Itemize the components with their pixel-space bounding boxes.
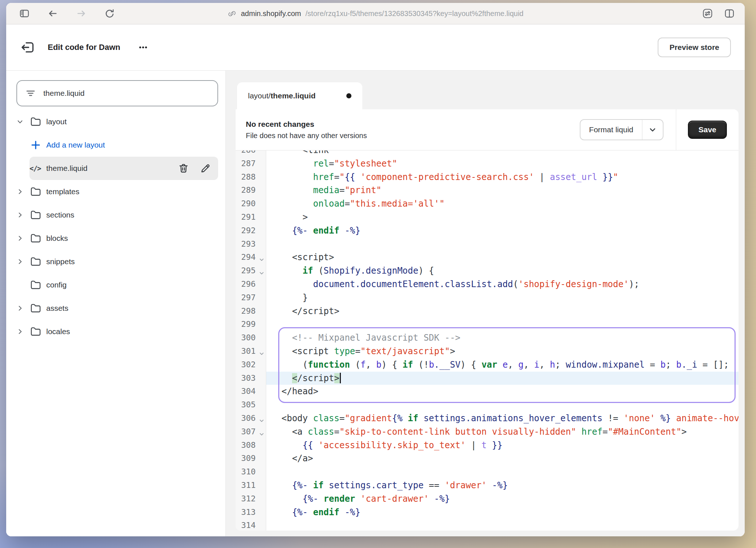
code-line-311[interactable]: 311 {%- if settings.cart_type == 'drawer… — [236, 479, 739, 492]
code-line-306[interactable]: 306<body class="gradient{% if settings.a… — [236, 412, 739, 425]
line-number: 311 — [236, 479, 266, 492]
chevron-down-icon[interactable] — [16, 118, 29, 125]
text-cursor — [340, 373, 341, 383]
folder-icon — [29, 325, 46, 338]
sidebar-item-snippets[interactable]: snippets — [16, 250, 218, 273]
code-line-content: if (Shopify.designMode) { — [266, 264, 739, 278]
reload-icon[interactable] — [104, 8, 115, 19]
code-line-313[interactable]: 313 {%- endif -%} — [236, 506, 739, 519]
line-number: 301 — [236, 345, 266, 358]
code-line-content: <body class="gradient{% if settings.anim… — [266, 412, 739, 425]
line-number: 309 — [236, 452, 266, 465]
code-line-289[interactable]: 289 media="print" — [236, 184, 739, 197]
line-number: 307 — [236, 425, 266, 439]
code-line-305[interactable]: 305 — [236, 398, 739, 412]
sidebar-item-templates[interactable]: templates — [16, 180, 218, 203]
code-line-292[interactable]: 292 {%- endif -%} — [236, 224, 739, 238]
sidebar-item-label: sections — [46, 211, 74, 219]
line-number: 302 — [236, 358, 266, 372]
code-line-295[interactable]: 295 if (Shopify.designMode) { — [236, 264, 739, 278]
forward-icon[interactable] — [75, 8, 87, 19]
code-line-298[interactable]: 298 </script> — [236, 305, 739, 318]
file-sidebar: layoutAdd a new layout</>theme.liquidtem… — [6, 71, 226, 536]
preview-store-button[interactable]: Preview store — [658, 38, 731, 57]
chevron-right-icon[interactable] — [16, 258, 29, 265]
code-line-304[interactable]: 304</head> — [236, 385, 739, 398]
code-line-288[interactable]: 288 href="{{ 'component-predictive-searc… — [236, 171, 739, 184]
rename-file-pencil-icon[interactable] — [200, 163, 211, 174]
code-line-content: <!-- Mixpanel Javascript SDK --> — [266, 331, 739, 345]
code-line-307[interactable]: 307 <a class="skip-to-content-link butto… — [236, 425, 739, 439]
code-file-icon: </> — [29, 164, 46, 172]
code-line-294[interactable]: 294 <script> — [236, 251, 739, 264]
code-line-301[interactable]: 301 <script type="text/javascript"> — [236, 345, 739, 358]
line-number: 308 — [236, 439, 266, 452]
more-actions-icon[interactable] — [135, 41, 151, 54]
search-input[interactable] — [43, 89, 209, 98]
sidebar-item-layout[interactable]: layout — [16, 110, 218, 133]
format-options-chevron-down-icon[interactable] — [642, 120, 663, 140]
sidebar-item-locales[interactable]: locales — [16, 320, 218, 343]
exit-editor-icon[interactable] — [20, 40, 35, 55]
sidebar-item-theme-liquid[interactable]: </>theme.liquid — [29, 157, 218, 180]
format-liquid-button[interactable]: Format liquid — [580, 119, 664, 140]
code-line-293[interactable]: 293 — [236, 238, 739, 251]
code-line-303[interactable]: 303 </script> — [236, 372, 739, 385]
code-line-291[interactable]: 291 > — [236, 211, 739, 224]
line-number: 299 — [236, 318, 266, 331]
sidebar-item-config[interactable]: config — [16, 273, 218, 297]
code-line-content — [266, 519, 739, 531]
code-line-297[interactable]: 297 } — [236, 291, 739, 305]
delete-file-trash-icon[interactable] — [178, 163, 189, 174]
chevron-right-icon[interactable] — [16, 328, 29, 335]
code-line-312[interactable]: 312 {%- render 'cart-drawer' -%} — [236, 492, 739, 506]
code-lines: 286 <link287 rel="stylesheet"288 href="{… — [236, 150, 739, 531]
sidebar-item-label: theme.liquid — [46, 164, 87, 173]
code-line-300[interactable]: 300 <!-- Mixpanel Javascript SDK --> — [236, 331, 739, 345]
chevron-right-icon[interactable] — [16, 211, 29, 219]
code-line-310[interactable]: 310 — [236, 465, 739, 479]
chevron-right-icon[interactable] — [16, 235, 29, 242]
format-liquid-label: Format liquid — [580, 120, 642, 140]
code-line-287[interactable]: 287 rel="stylesheet" — [236, 157, 739, 171]
line-number: 296 — [236, 278, 266, 291]
code-line-286[interactable]: 286 <link — [236, 150, 739, 157]
sidebar-item-add-a-new-layout[interactable]: Add a new layout — [29, 133, 218, 157]
code-line-content — [266, 465, 739, 479]
browser-sidebar-toggle-icon[interactable] — [19, 8, 30, 19]
line-number: 288 — [236, 171, 266, 184]
code-editor[interactable]: 286 <link287 rel="stylesheet"288 href="{… — [236, 150, 739, 531]
save-button[interactable]: Save — [688, 121, 727, 139]
folder-icon — [29, 232, 46, 244]
address-bar[interactable]: admin.shopify.com/store/rzq1xu-f5/themes… — [228, 3, 524, 24]
code-line-309[interactable]: 309 </a> — [236, 452, 739, 465]
code-line-content: media="print" — [266, 184, 739, 197]
code-line-308[interactable]: 308 {{ 'accessibility.skip_to_text' | t … — [236, 439, 739, 452]
code-line-296[interactable]: 296 document.documentElement.classList.a… — [236, 278, 739, 291]
sidebar-item-blocks[interactable]: blocks — [16, 227, 218, 250]
split-view-icon[interactable] — [724, 8, 735, 19]
folder-icon — [29, 116, 46, 128]
back-icon[interactable] — [47, 8, 59, 19]
page-title: Edit code for Dawn — [48, 43, 120, 52]
tab-theme-liquid[interactable]: layout/theme.liquid — [237, 82, 362, 109]
code-line-content: href="{{ 'component-predictive-search.cs… — [266, 171, 739, 184]
chevron-right-icon[interactable] — [16, 305, 29, 312]
code-line-content — [266, 318, 739, 331]
tab-path-prefix: layout/ — [248, 91, 271, 100]
sidebar-item-assets[interactable]: assets — [16, 297, 218, 320]
status-subtitle: File does not have any other versions — [246, 132, 367, 140]
sidebar-item-sections[interactable]: sections — [16, 203, 218, 227]
tab-file-name: theme.liquid — [271, 91, 316, 100]
code-line-302[interactable]: 302 (function (f, b) { if (!b.__SV) { va… — [236, 358, 739, 372]
chevron-right-icon[interactable] — [16, 188, 29, 195]
editor-main: layout/theme.liquid No recent changes Fi… — [226, 71, 745, 536]
code-line-299[interactable]: 299 — [236, 318, 739, 331]
code-line-content: </head> — [266, 385, 739, 398]
line-number: 298 — [236, 305, 266, 318]
line-number: 289 — [236, 184, 266, 197]
page-settings-sliders-icon[interactable] — [702, 8, 713, 19]
link-icon — [228, 9, 237, 18]
code-line-314[interactable]: 314 — [236, 519, 739, 531]
code-line-290[interactable]: 290 onload="this.media='all'" — [236, 197, 739, 211]
